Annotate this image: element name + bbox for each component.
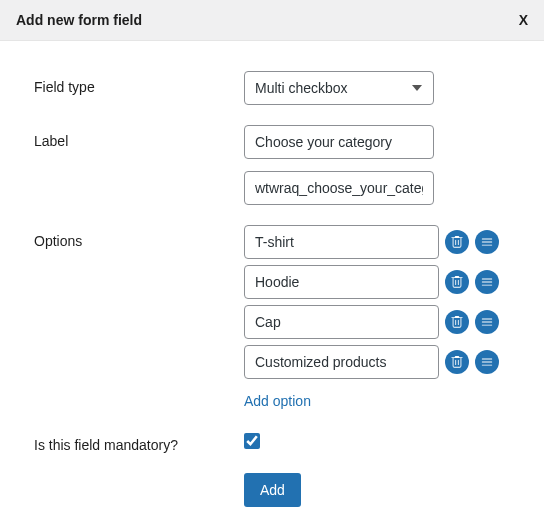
drag-option-button[interactable] (475, 230, 499, 254)
option-input[interactable] (244, 345, 439, 379)
mandatory-label: Is this field mandatory? (34, 429, 244, 453)
options-control: Add option (244, 225, 510, 409)
slug-input (244, 171, 434, 205)
field-type-row: Field type Multi checkbox (34, 71, 510, 105)
trash-icon (450, 275, 464, 289)
label-input[interactable] (244, 125, 434, 159)
trash-icon (450, 315, 464, 329)
options-container (244, 225, 510, 385)
submit-control: Add (244, 473, 510, 507)
submit-row: Add (34, 473, 510, 507)
label-control (244, 125, 510, 205)
option-input[interactable] (244, 225, 439, 259)
close-button[interactable]: X (519, 12, 528, 28)
mandatory-control (244, 429, 510, 452)
add-option-link[interactable]: Add option (244, 393, 311, 409)
field-type-control: Multi checkbox (244, 71, 510, 105)
drag-option-button[interactable] (475, 310, 499, 334)
label-field-label: Label (34, 125, 244, 149)
delete-option-button[interactable] (445, 350, 469, 374)
field-type-label: Field type (34, 71, 244, 95)
modal-body: Field type Multi checkbox Label Options … (0, 41, 544, 517)
delete-option-button[interactable] (445, 270, 469, 294)
drag-icon (480, 275, 494, 289)
trash-icon (450, 235, 464, 249)
mandatory-row: Is this field mandatory? (34, 429, 510, 453)
option-row (244, 305, 510, 339)
mandatory-checkbox[interactable] (244, 433, 260, 449)
delete-option-button[interactable] (445, 230, 469, 254)
option-row (244, 225, 510, 259)
drag-option-button[interactable] (475, 350, 499, 374)
option-row (244, 345, 510, 379)
submit-spacer (34, 473, 244, 481)
option-input[interactable] (244, 265, 439, 299)
drag-icon (480, 315, 494, 329)
option-row (244, 265, 510, 299)
field-type-select-wrapper: Multi checkbox (244, 71, 434, 105)
field-type-select[interactable]: Multi checkbox (244, 71, 434, 105)
modal-title: Add new form field (16, 12, 142, 28)
options-label: Options (34, 225, 244, 249)
drag-option-button[interactable] (475, 270, 499, 294)
option-input[interactable] (244, 305, 439, 339)
drag-icon (480, 355, 494, 369)
modal-header: Add new form field X (0, 0, 544, 41)
add-button[interactable]: Add (244, 473, 301, 507)
delete-option-button[interactable] (445, 310, 469, 334)
drag-icon (480, 235, 494, 249)
label-row: Label (34, 125, 510, 205)
options-row: Options Add option (34, 225, 510, 409)
trash-icon (450, 355, 464, 369)
